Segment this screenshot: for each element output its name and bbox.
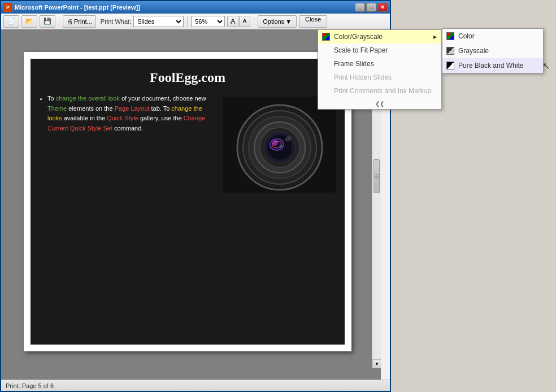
mouse-cursor-icon: ↖ xyxy=(542,60,550,71)
options-label: Options xyxy=(263,18,284,25)
color-submenu-item[interactable]: Color xyxy=(442,29,543,43)
print-comments-label: Print Comments and Ink Markup xyxy=(334,87,431,95)
main-window: P Microsoft PowerPoint - [test.ppt [Prev… xyxy=(0,0,391,392)
window-title: Microsoft PowerPoint - [test.ppt [Previe… xyxy=(15,4,140,11)
color-rgb-icon xyxy=(446,32,455,41)
color-grayscale-menu-item[interactable]: Color/Grayscale xyxy=(318,30,441,43)
print-label: Print... xyxy=(74,18,92,25)
print-icon: 🖨 xyxy=(67,18,73,25)
grip-line-2 xyxy=(375,176,379,177)
camera-lens-svg xyxy=(223,97,336,193)
new-icon: 📄 xyxy=(7,18,15,25)
slide-inner: FoolEgg.com To change the overall look o… xyxy=(31,59,345,345)
text-gallery: gallery, use the xyxy=(138,115,184,121)
text-theme: Theme xyxy=(47,105,67,112)
new-button[interactable]: 📄 xyxy=(3,15,19,28)
grayscale-submenu-item[interactable]: Grayscale xyxy=(442,43,543,58)
slide-title: FoolEgg.com xyxy=(31,59,345,94)
frame-slides-label: Frame Slides xyxy=(334,60,374,68)
minimize-button[interactable]: _ xyxy=(355,3,365,12)
bw-icon xyxy=(446,61,455,70)
zoom-select[interactable]: 56% 100% 150% xyxy=(191,16,225,27)
options-dropdown-menu: Color/Grayscale Scale to Fit Paper Frame… xyxy=(318,29,442,110)
close-preview-button[interactable]: Close xyxy=(299,15,327,28)
slide-container: FoolEgg.com To change the overall look o… xyxy=(24,52,351,351)
color-grayscale-label: Color/Grayscale xyxy=(334,33,383,41)
text-command: command. xyxy=(112,125,143,132)
print-comments-menu-item: Print Comments and Ink Markup xyxy=(318,84,441,98)
title-bar-left: P Microsoft PowerPoint - [test.ppt [Prev… xyxy=(3,3,140,12)
print-what-label: Print What: xyxy=(101,18,131,25)
zoom-in-button[interactable]: A xyxy=(227,16,238,27)
scroll-thumb[interactable] xyxy=(373,159,380,193)
zoom-out-button[interactable]: A xyxy=(239,16,250,27)
print-what-select[interactable]: Slides Handouts Notes Pages xyxy=(133,16,184,27)
pure-bw-label: Pure Black and White xyxy=(458,62,523,69)
toolbar-separator-2 xyxy=(187,16,188,27)
toolbar: 📄 📂 💾 🖨 Print... Print What: Slides Hand… xyxy=(1,14,390,29)
chevron-down-button[interactable]: ❮❮ xyxy=(318,98,441,109)
options-dropdown-arrow: ▼ xyxy=(285,18,292,25)
status-text: Print: Page 5 of 6 xyxy=(6,382,54,389)
grip-line-1 xyxy=(375,175,379,175)
print-button[interactable]: 🖨 Print... xyxy=(63,15,96,28)
text-to: To xyxy=(47,95,56,102)
text-page-layout: Page Layout xyxy=(115,105,150,112)
restore-button[interactable]: □ xyxy=(366,3,376,12)
text-quick-style: Quick Style xyxy=(107,115,138,121)
grayscale-label: Grayscale xyxy=(458,47,489,55)
scroll-grip xyxy=(375,175,379,178)
status-bar: Print: Page 5 of 6 xyxy=(1,380,390,391)
grayscale-icon xyxy=(446,46,455,55)
title-controls: _ □ ✕ xyxy=(355,3,388,12)
toolbar-separator-1 xyxy=(59,16,59,27)
close-window-button[interactable]: ✕ xyxy=(377,3,388,12)
text-change-overall: change the overall look xyxy=(56,95,120,102)
toolbar-separator-3 xyxy=(254,16,254,27)
text-elements: elements on the xyxy=(67,105,114,112)
svg-point-11 xyxy=(279,145,283,148)
title-bar: P Microsoft PowerPoint - [test.ppt [Prev… xyxy=(1,1,390,14)
color-grayscale-submenu: Color Grayscale Pure Black and White ↖ xyxy=(442,28,544,73)
save-icon: 💾 xyxy=(44,18,51,25)
options-menu-button[interactable]: Options ▼ xyxy=(258,15,297,28)
open-button[interactable]: 📂 xyxy=(21,15,37,28)
frame-slides-menu-item[interactable]: Frame Slides xyxy=(318,57,441,71)
text-tab: tab. To xyxy=(149,105,171,112)
text-available: available in the xyxy=(62,115,107,121)
slide-image xyxy=(223,97,336,193)
save-button[interactable]: 💾 xyxy=(40,15,55,28)
pure-bw-submenu-item[interactable]: Pure Black and White ↖ xyxy=(442,58,543,73)
svg-point-10 xyxy=(272,140,278,146)
color-icon xyxy=(322,32,331,41)
slide-text: To change the overall look of your docum… xyxy=(39,94,218,193)
open-icon: 📂 xyxy=(25,18,33,25)
scroll-down-button[interactable]: ▼ xyxy=(372,359,381,368)
grip-line-3 xyxy=(375,178,379,178)
scale-to-fit-label: Scale to Fit Paper xyxy=(334,46,388,54)
print-hidden-menu-item: Print Hidden Slides xyxy=(318,71,441,84)
chevron-icon: ❮❮ xyxy=(375,101,384,107)
app-icon: P xyxy=(3,3,12,12)
color-label: Color xyxy=(458,32,475,40)
scale-to-fit-menu-item[interactable]: Scale to Fit Paper xyxy=(318,43,441,57)
zoom-buttons: A A xyxy=(227,16,250,27)
print-hidden-label: Print Hidden Slides xyxy=(334,73,392,81)
slide-content: To change the overall look of your docum… xyxy=(31,94,345,193)
text-of: of your document, choose new xyxy=(120,95,206,102)
